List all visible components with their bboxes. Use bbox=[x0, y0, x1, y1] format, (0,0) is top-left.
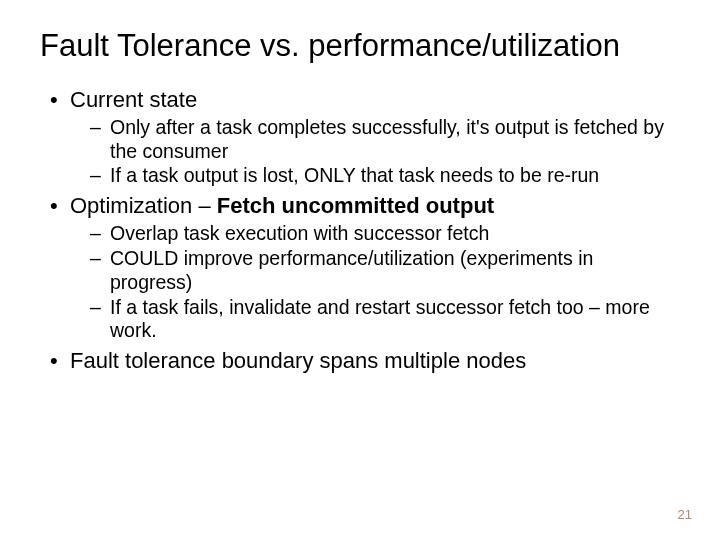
sub-bullet-text: If a task output is lost, ONLY that task… bbox=[110, 164, 599, 186]
sub-list: Overlap task execution with successor fe… bbox=[88, 222, 680, 343]
bullet-fault-tolerance-boundary: Fault tolerance boundary spans multiple … bbox=[44, 347, 680, 375]
sub-bullet: COULD improve performance/utilization (e… bbox=[88, 247, 680, 295]
sub-bullet: If a task fails, invalidate and restart … bbox=[88, 296, 680, 344]
sub-bullet-text: Only after a task completes successfully… bbox=[110, 116, 664, 162]
sub-bullet-text: COULD improve performance/utilization (e… bbox=[110, 247, 593, 293]
bullet-text: Fault tolerance boundary spans multiple … bbox=[70, 348, 526, 373]
slide-title: Fault Tolerance vs. performance/utilizat… bbox=[40, 28, 680, 64]
bullet-text-emph: Fetch uncommitted output bbox=[217, 193, 494, 218]
bullet-list: Current state Only after a task complete… bbox=[44, 86, 680, 376]
slide: Fault Tolerance vs. performance/utilizat… bbox=[0, 0, 720, 540]
bullet-optimization: Optimization – Fetch uncommitted output … bbox=[44, 192, 680, 343]
sub-bullet: Only after a task completes successfully… bbox=[88, 116, 680, 164]
sub-bullet: Overlap task execution with successor fe… bbox=[88, 222, 680, 246]
sub-bullet-text: If a task fails, invalidate and restart … bbox=[110, 296, 650, 342]
bullet-text: Current state bbox=[70, 87, 197, 112]
sub-bullet: If a task output is lost, ONLY that task… bbox=[88, 164, 680, 188]
bullet-text-prefix: Optimization – bbox=[70, 193, 217, 218]
sub-bullet-text: Overlap task execution with successor fe… bbox=[110, 222, 489, 244]
page-number: 21 bbox=[678, 507, 692, 522]
sub-list: Only after a task completes successfully… bbox=[88, 116, 680, 188]
bullet-current-state: Current state Only after a task complete… bbox=[44, 86, 680, 189]
